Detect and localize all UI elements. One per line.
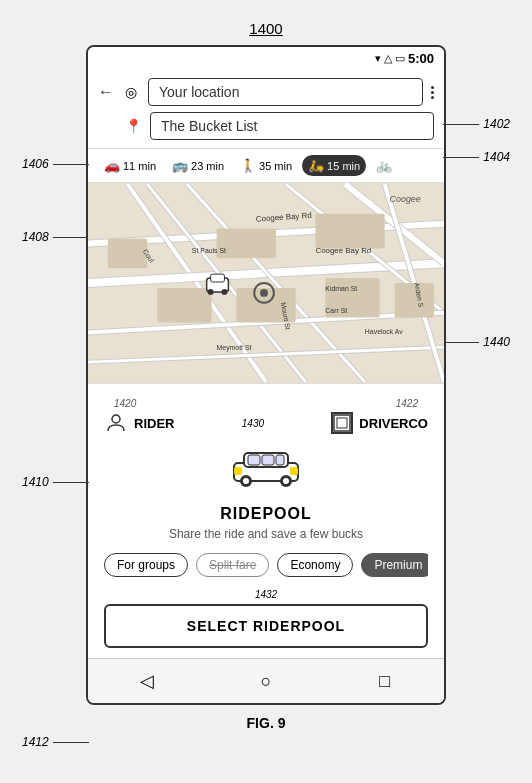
origin-input[interactable]: Your location — [148, 78, 423, 106]
transport-bar: 🚗 11 min 🚌 23 min 🚶 35 min 🛵 15 min — [88, 149, 444, 183]
transport-cycle[interactable]: 🚲 — [370, 155, 398, 176]
driverco-svg — [333, 414, 351, 432]
svg-rect-58 — [234, 467, 242, 475]
rider-text: RIDER — [134, 416, 174, 431]
map-area: Coogee Bay Rd Coul St Pauls St Coogee Ba… — [88, 183, 444, 383]
moto-icon: 🛵 — [308, 158, 324, 173]
nav-home-icon: ○ — [261, 671, 272, 692]
annot-1406: 1406 — [22, 157, 89, 171]
destination-icon: 📍 — [124, 117, 142, 135]
car-image — [104, 443, 428, 497]
cycle-icon: 🚲 — [376, 158, 392, 173]
chip-split-fare[interactable]: Split fare — [196, 553, 269, 577]
ride-panel: 1420 1422 RIDER 1430 — [88, 383, 444, 658]
svg-rect-57 — [276, 455, 284, 465]
select-btn-text: SELECT RIDERPOOL — [187, 618, 345, 634]
figure-bottom-label: FIG. 9 — [247, 715, 286, 731]
more-options-button[interactable] — [431, 86, 434, 99]
svg-rect-22 — [315, 214, 384, 249]
driverco-text: DRIVERCO — [359, 416, 428, 431]
transit-icon: 🚌 — [172, 158, 188, 173]
dot2 — [431, 91, 434, 94]
nav-recent-button[interactable]: □ — [373, 669, 397, 693]
time-display: 5:00 — [408, 51, 434, 66]
search-row-destination: 📍 The Bucket List — [98, 112, 434, 140]
moto-time: 15 min — [327, 160, 360, 172]
svg-point-40 — [260, 289, 268, 297]
svg-rect-56 — [262, 455, 274, 465]
annot-1440: 1440 — [443, 335, 510, 349]
transport-transit[interactable]: 🚌 23 min — [166, 155, 230, 176]
walk-icon: 🚶 — [240, 158, 256, 173]
transport-moto[interactable]: 🛵 15 min — [302, 155, 366, 176]
rider-label: RIDER — [104, 411, 174, 435]
svg-rect-47 — [334, 415, 350, 431]
phone-container: 1406 1408 1410 1412 1402 1404 — [86, 45, 446, 705]
status-bar: ▾ △ ▭ 5:00 — [88, 47, 444, 70]
origin-text: Your location — [159, 84, 239, 100]
signal-icon: △ — [384, 52, 392, 65]
chip-for-groups[interactable]: For groups — [104, 553, 188, 577]
car-icon: 🚗 — [104, 158, 120, 173]
transport-car[interactable]: 🚗 11 min — [98, 155, 162, 176]
annot-1432-label: 1432 — [104, 589, 428, 600]
svg-text:Coogee Bay Rd: Coogee Bay Rd — [315, 246, 371, 255]
svg-rect-59 — [290, 467, 298, 475]
annot-1422-label: 1422 — [396, 398, 418, 409]
panel-annots: 1420 1422 — [104, 398, 428, 409]
annot-1408: 1408 — [22, 230, 89, 244]
map-svg: Coogee Bay Rd Coul St Pauls St Coogee Ba… — [88, 183, 444, 383]
transport-walk[interactable]: 🚶 35 min — [234, 155, 298, 176]
search-row-origin: ← ◎ Your location — [98, 78, 434, 106]
annot-1430-label: 1430 — [242, 418, 264, 429]
transit-time: 23 min — [191, 160, 224, 172]
svg-rect-42 — [211, 274, 225, 282]
svg-point-54 — [283, 478, 289, 484]
origin-icon: ◎ — [122, 83, 140, 101]
dot3 — [431, 96, 434, 99]
battery-icon: ▭ — [395, 52, 405, 65]
chip-economy[interactable]: Economy — [277, 553, 353, 577]
svg-rect-48 — [337, 418, 347, 428]
svg-text:Kidman St: Kidman St — [325, 285, 357, 292]
bottom-nav: ◁ ○ □ — [88, 658, 444, 703]
destination-input[interactable]: The Bucket List — [150, 112, 434, 140]
ridepool-title: RIDEPOOL — [104, 505, 428, 523]
svg-text:Meymott St: Meymott St — [217, 344, 252, 352]
svg-point-44 — [222, 289, 228, 295]
outer-wrapper: 1400 1406 1408 1410 1412 1402 — [0, 0, 532, 783]
chip-premium[interactable]: Premium — [361, 553, 428, 577]
ridepool-subtitle: Share the ride and save a few bucks — [104, 527, 428, 541]
svg-rect-26 — [108, 239, 148, 269]
nav-home-button[interactable]: ○ — [254, 669, 278, 693]
destination-text: The Bucket List — [161, 118, 258, 134]
ride-header: RIDER 1430 DRIVERCO — [104, 411, 428, 435]
chips-row: For groups Split fare Economy Premium — [104, 553, 428, 577]
svg-text:St Pauls St: St Pauls St — [192, 247, 226, 254]
svg-point-45 — [112, 415, 120, 423]
select-riderpool-button[interactable]: SELECT RIDERPOOL — [104, 604, 428, 648]
car-svg — [226, 443, 306, 488]
walk-time: 35 min — [259, 160, 292, 172]
rider-icon — [104, 411, 128, 435]
svg-text:Coogee: Coogee — [390, 194, 421, 204]
driverco-label: DRIVERCO — [331, 412, 428, 434]
svg-rect-55 — [248, 455, 260, 465]
svg-rect-23 — [157, 288, 211, 323]
svg-point-43 — [208, 289, 214, 295]
annot-1402: 1402 — [443, 117, 510, 131]
annot-1404: 1404 — [443, 150, 510, 164]
svg-point-53 — [243, 478, 249, 484]
wifi-icon: ▾ — [375, 52, 381, 65]
dot1 — [431, 86, 434, 89]
svg-text:Carr St: Carr St — [325, 307, 347, 314]
nav-recent-icon: □ — [379, 671, 390, 692]
svg-text:Havelock Av: Havelock Av — [365, 328, 403, 335]
nav-back-button[interactable]: ◁ — [135, 669, 159, 693]
search-area: ← ◎ Your location 📍 The — [88, 70, 444, 149]
phone-frame: ▾ △ ▭ 5:00 ← ◎ Your location — [86, 45, 446, 705]
annot-1412: 1412 — [22, 735, 89, 749]
back-button[interactable]: ← — [98, 83, 114, 101]
driverco-icon — [331, 412, 353, 434]
annot-1420-label: 1420 — [114, 398, 136, 409]
